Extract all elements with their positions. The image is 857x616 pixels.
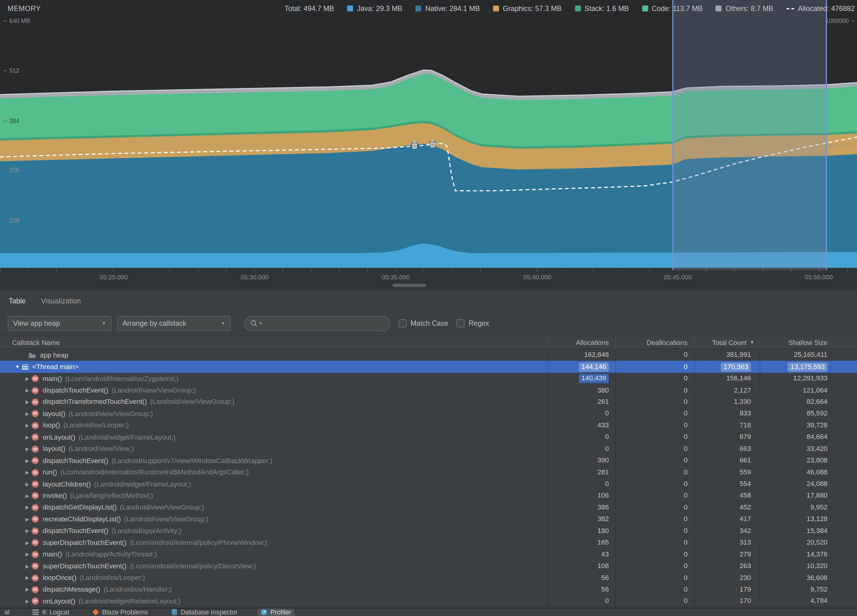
deallocations-cell: 0 (615, 431, 694, 443)
allocations-cell: 0 (548, 431, 615, 443)
column-header-shallow-size[interactable]: Shallow Size (760, 336, 857, 348)
allocations-cell: 433 (548, 420, 615, 431)
expand-icon[interactable]: ▶ (23, 481, 32, 487)
total-count-cell: 452 (694, 501, 760, 513)
checkbox-box[interactable] (456, 319, 465, 328)
total-count-cell: 661 (694, 455, 760, 466)
collapse-icon[interactable]: ▼ (13, 364, 22, 370)
table-row[interactable]: ▶mdispatchGetDisplayList()(Landroid/view… (0, 501, 857, 513)
table-row[interactable]: ▶mmain()(Landroid/app/ActivityThread;)43… (0, 548, 857, 560)
method-icon: m (32, 492, 39, 499)
expand-icon[interactable]: ▶ (23, 434, 32, 440)
table-row[interactable]: ▶mdispatchTouchEvent()(Landroid/support/… (0, 455, 857, 466)
table-row[interactable]: app heap162,8480381,99125,165,411 (0, 349, 857, 361)
expand-icon[interactable]: ▶ (23, 446, 32, 452)
statusbar-item-database-inspector[interactable]: Database Inspector (167, 608, 241, 616)
expand-icon[interactable]: ▶ (23, 505, 32, 511)
time-axis-label: 05:25.000 (89, 274, 138, 280)
method-icon: m (32, 398, 39, 406)
blaze-icon (92, 609, 99, 615)
table-row[interactable]: ▶msuperDispatchTouchEvent()(Lcom/android… (0, 537, 857, 548)
column-header-total-count[interactable]: Total Count▼ (694, 336, 760, 348)
expand-icon[interactable]: ▶ (23, 469, 32, 475)
statusbar-item-profiler[interactable]: Profiler (257, 608, 294, 616)
expand-icon[interactable]: ▶ (23, 599, 32, 604)
expand-icon[interactable]: ▶ (23, 388, 32, 393)
table-row[interactable]: ▶mlayoutChildren()(Landroid/widget/Frame… (0, 478, 857, 490)
statusbar-item-6-logcat[interactable]: 6: Logcat (29, 608, 73, 616)
expand-icon[interactable]: ▶ (23, 376, 32, 381)
table-row[interactable]: ▶msuperDispatchTouchEvent()(Lcom/android… (0, 560, 857, 572)
class-descriptor: (Landroid/support/v7/view/WindowCallback… (112, 457, 272, 464)
tab-table[interactable]: Table (9, 297, 26, 305)
total-count-cell: 1,330 (694, 396, 760, 408)
expand-icon[interactable]: ▶ (23, 540, 32, 545)
match-case-checkbox[interactable]: Match Case (399, 319, 449, 328)
search-box[interactable]: ▼ (244, 316, 390, 331)
expand-icon[interactable]: ▶ (23, 563, 32, 569)
table-row[interactable]: ▶mdispatchTouchEvent()(Landroid/view/Vie… (0, 385, 857, 396)
total-count-cell: 279 (694, 548, 760, 560)
method-icon: m (32, 434, 39, 441)
timeline-selection-range[interactable] (672, 0, 827, 270)
memory-legend-row: MEMORY Total: 494.7 MB Java: 29.3 MBNati… (8, 4, 855, 12)
timeline-scrollbar-thumb[interactable] (393, 283, 426, 287)
expand-icon[interactable]: ▶ (23, 587, 32, 592)
heap-select-dropdown[interactable]: View app heap ▼ (8, 316, 111, 331)
table-row[interactable]: ▶mrun()(Lcom/android/internal/os/Runtime… (0, 466, 857, 478)
expand-icon[interactable]: ▶ (23, 528, 32, 534)
callstack-name-cell: ▶mdispatchTouchEvent()(Landroid/support/… (0, 455, 548, 466)
arrange-by-dropdown[interactable]: Arrange by callstack ▼ (117, 316, 230, 331)
column-header-deallocations[interactable]: Deallocations (615, 336, 694, 348)
method-icon: m (32, 574, 39, 581)
search-icon: ▼ (250, 320, 263, 327)
table-row[interactable]: ▶mlayout()(Landroid/view/ViewGroup;)0093… (0, 408, 857, 419)
expand-icon[interactable]: ▶ (23, 575, 32, 580)
total-count-cell: 170,363 (694, 361, 760, 373)
expand-icon[interactable]: ▶ (23, 399, 32, 405)
deallocations-cell: 0 (615, 443, 694, 455)
table-row[interactable]: ▶mloop()(Landroid/os/Looper;)433071839,7… (0, 420, 857, 431)
table-row[interactable]: ▼<Thread main>144,1460170,36313,175,593 (0, 361, 857, 373)
table-row[interactable]: ▶mloopOnce()(Landroid/os/Looper;)5602303… (0, 572, 857, 583)
table-row[interactable]: ▶monLayout()(Landroid/widget/FrameLayout… (0, 431, 857, 443)
shallow-size-cell: 121,064 (760, 385, 857, 396)
table-row[interactable]: ▶mdispatchTouchEvent()(Landroid/app/Acti… (0, 525, 857, 537)
table-row[interactable]: ▶monLayout()(Landroid/widget/RelativeLay… (0, 596, 857, 607)
expand-icon[interactable]: ▶ (23, 458, 32, 463)
table-row[interactable]: ▶minvoke()(Ljava/lang/reflect/Method;)10… (0, 490, 857, 501)
table-row[interactable]: ▶mmain()(Lcom/android/internal/os/Zygote… (0, 373, 857, 384)
search-input[interactable] (263, 319, 384, 328)
expand-icon[interactable]: ▶ (23, 552, 32, 557)
regex-checkbox[interactable]: Regex (456, 319, 489, 328)
callstack-name: dispatchTouchEvent() (43, 387, 108, 394)
table-row[interactable]: ▶mdispatchTransformedTouchEvent()(Landro… (0, 396, 857, 408)
deallocations-cell: 0 (615, 525, 694, 537)
checkbox-box[interactable] (399, 319, 407, 328)
column-header-allocations[interactable]: Allocations (548, 336, 615, 348)
allocations-cell: 390 (548, 455, 615, 466)
allocations-cell: 165 (548, 537, 615, 548)
deallocations-cell: 0 (615, 455, 694, 466)
statusbar-item-al[interactable]: al (1, 608, 13, 616)
statusbar-item-blaze-problems[interactable]: Blaze Problems (89, 608, 151, 616)
expand-icon[interactable]: ▶ (23, 517, 32, 522)
shallow-size-cell: 33,420 (760, 443, 857, 455)
column-header-callstack[interactable]: Callstack Name (0, 336, 548, 348)
color-swatch (415, 6, 421, 12)
table-row[interactable]: ▶mrecreateChildDisplayList()(Landroid/vi… (0, 514, 857, 525)
expand-icon[interactable]: ▶ (23, 423, 32, 428)
expand-icon[interactable]: ▶ (23, 411, 32, 417)
allocations-cell: 106 (548, 490, 615, 501)
expand-icon[interactable]: ▶ (23, 493, 32, 498)
tab-visualization[interactable]: Visualization (41, 297, 80, 305)
callstack-name: dispatchTouchEvent() (43, 527, 108, 535)
table-row[interactable]: ▶mlayout()(Landroid/view/View;)0066333,4… (0, 443, 857, 455)
table-row[interactable]: ▶mdispatchMessage()(Landroid/os/Handler;… (0, 583, 857, 595)
class-descriptor: (Landroid/app/ActivityThread;) (65, 551, 157, 558)
logcat-icon (32, 609, 39, 615)
class-descriptor: (Landroid/os/Looper;) (63, 421, 129, 429)
allocations-cell: 144,146 (548, 361, 615, 373)
callstack-name-cell: ▶msuperDispatchTouchEvent()(Lcom/android… (0, 560, 548, 572)
memory-timeline-pane[interactable]: MEMORY Total: 494.7 MB Java: 29.3 MBNati… (0, 0, 857, 290)
